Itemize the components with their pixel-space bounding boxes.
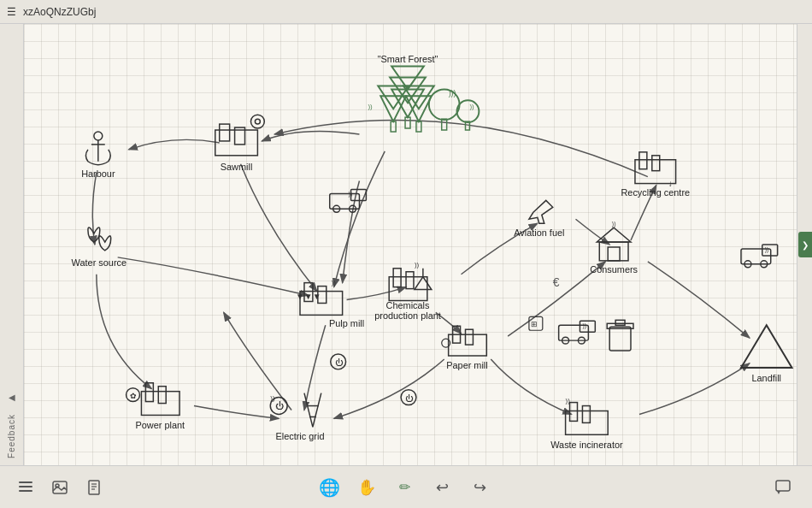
toolbar: 🌐 ✋ ✏ ↩ ↪ <box>0 465 812 508</box>
pencil-btn[interactable]: ✏ <box>389 472 420 503</box>
svg-point-26 <box>94 132 103 140</box>
node-recycling-centre[interactable]: ↓ Recycling centre <box>621 152 690 198</box>
svg-text:Sawmill: Sawmill <box>221 162 253 172</box>
image-btn[interactable] <box>44 472 75 503</box>
right-sidebar-toggle: ❯ <box>797 24 812 465</box>
svg-text:Consumers: Consumers <box>590 264 638 275</box>
svg-text:€: € <box>553 275 560 289</box>
node-currency: € <box>553 275 560 289</box>
svg-rect-74 <box>158 387 166 404</box>
node-aviation-fuel[interactable]: Aviation fuel <box>514 200 564 238</box>
svg-rect-51 <box>652 156 660 171</box>
node-landfill[interactable]: Landfill <box>741 325 792 382</box>
svg-text:)): )) <box>765 246 769 253</box>
svg-point-23 <box>250 115 264 128</box>
svg-rect-69 <box>466 329 474 345</box>
node-waste-incinerator[interactable]: )) Waste incinerator <box>550 397 623 451</box>
node-forest-truck[interactable]: )) <box>330 190 367 213</box>
node-water-source[interactable]: Water source <box>72 227 127 268</box>
svg-marker-89 <box>741 325 792 368</box>
node-small-box: ⊞ <box>529 316 543 330</box>
node-delivery-truck[interactable]: )) <box>559 321 596 344</box>
undo-btn[interactable]: ↩ <box>427 472 457 503</box>
svg-rect-55 <box>599 242 628 261</box>
svg-text:Chemicals: Chemicals <box>386 300 430 310</box>
svg-text:production plant: production plant <box>374 310 441 321</box>
chat-btn[interactable] <box>768 472 798 503</box>
svg-rect-65 <box>607 323 633 328</box>
titlebar: ☰ xzAoQNzZUGbj <box>0 0 812 24</box>
svg-text:)): )) <box>612 221 616 227</box>
svg-text:)): )) <box>349 191 353 198</box>
svg-rect-50 <box>639 152 647 169</box>
svg-point-15 <box>457 100 480 122</box>
svg-text:⏻: ⏻ <box>275 402 284 411</box>
node-electric-grid[interactable]: ⏻ )) Electric grid <box>270 393 324 442</box>
svg-rect-105 <box>19 490 32 492</box>
svg-text:)): )) <box>332 279 337 286</box>
node-trash-bin[interactable] <box>607 320 633 351</box>
svg-text:⏻: ⏻ <box>405 394 414 403</box>
node-harbour[interactable]: Harbour <box>81 132 115 179</box>
node-power-icon-paper: ⏻ <box>401 390 416 405</box>
svg-rect-20 <box>215 130 258 156</box>
node-chemicals-plant[interactable]: )) Chemicals production plant <box>374 261 441 322</box>
svg-text:)): )) <box>566 397 571 405</box>
node-power-icon-pulp: ⏻ <box>331 354 346 369</box>
svg-text:Pulp mill: Pulp mill <box>329 318 364 328</box>
svg-rect-108 <box>89 481 99 494</box>
svg-text:Water source: Water source <box>72 257 127 268</box>
svg-text:Power plant: Power plant <box>135 420 185 430</box>
svg-rect-43 <box>393 269 401 287</box>
svg-text:Electric grid: Electric grid <box>276 431 325 441</box>
svg-text:✿: ✿ <box>130 392 137 400</box>
svg-text:Aviation fuel: Aviation fuel <box>514 227 564 238</box>
redo-btn[interactable]: ↪ <box>464 472 495 503</box>
toolbar-center-group: 🌐 ✋ ✏ ↩ ↪ <box>314 472 498 503</box>
svg-point-24 <box>255 119 260 124</box>
svg-text:Harbour: Harbour <box>81 168 115 179</box>
node-paper-mill[interactable]: Paper mill <box>442 326 488 370</box>
left-sidebar: ◀ Feedback <box>0 24 24 465</box>
title: xzAoQNzZUGbj <box>23 6 96 18</box>
svg-text:⏻: ⏻ <box>335 358 344 367</box>
svg-text:)): )) <box>368 103 373 110</box>
diagram-svg: "Smart Forest" ))) )) )) <box>24 24 797 465</box>
svg-text:))): ))) <box>449 89 456 97</box>
svg-text:)): )) <box>270 394 275 402</box>
node-recycle-truck[interactable]: )) <box>741 245 778 268</box>
svg-text:Paper mill: Paper mill <box>446 360 488 370</box>
svg-rect-85 <box>570 403 578 422</box>
feedback-label[interactable]: Feedback <box>7 414 16 458</box>
svg-rect-86 <box>582 406 590 423</box>
node-sawmill[interactable]: Sawmill <box>215 115 265 172</box>
right-sidebar-btn[interactable]: ❯ <box>798 232 812 257</box>
diagram-canvas[interactable]: "Smart Forest" ))) )) )) <box>24 24 797 465</box>
svg-rect-112 <box>776 481 790 491</box>
svg-rect-64 <box>609 327 631 351</box>
svg-text:"Smart Forest": "Smart Forest" <box>378 54 438 64</box>
node-power-plant[interactable]: ✿ Power plant <box>127 383 185 431</box>
svg-text:Landfill: Landfill <box>751 373 781 383</box>
svg-text:)): )) <box>415 261 420 269</box>
globe-btn[interactable]: 🌐 <box>314 472 344 503</box>
svg-rect-104 <box>19 486 32 487</box>
svg-rect-44 <box>406 272 414 289</box>
svg-rect-32 <box>351 190 367 201</box>
svg-rect-66 <box>615 320 625 325</box>
menu-icon[interactable]: ☰ <box>7 6 16 18</box>
doc-btn[interactable] <box>79 472 109 503</box>
svg-text:▼▼▼: ▼▼▼ <box>296 292 321 302</box>
svg-rect-21 <box>220 124 230 141</box>
node-consumers[interactable]: )) Consumers <box>590 221 638 275</box>
svg-text:)): )) <box>582 322 586 329</box>
sidebar-collapse-btn[interactable]: ◀ <box>3 388 21 405</box>
list-btn[interactable] <box>10 472 41 503</box>
svg-rect-56 <box>608 247 620 261</box>
hand-btn[interactable]: ✋ <box>351 472 382 503</box>
svg-rect-103 <box>19 481 32 483</box>
svg-text:Recycling centre: Recycling centre <box>621 187 690 198</box>
node-pulp-mill[interactable]: )) ▼▼▼ Pulp mill <box>296 279 364 329</box>
svg-text:⊞: ⊞ <box>531 320 538 328</box>
svg-text:↓: ↓ <box>668 179 673 188</box>
